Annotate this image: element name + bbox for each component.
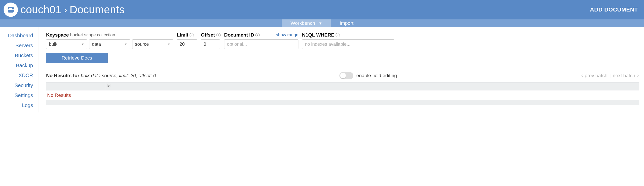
secondary-nav: Workbench ▼ Import (0, 19, 644, 27)
couchbase-logo (4, 3, 18, 17)
info-icon[interactable]: i (216, 33, 221, 37)
collection-select[interactable]: source ▼ (132, 39, 173, 49)
offset-input-wrap (201, 39, 220, 49)
app-header: couch01 › Documents ADD DOCUMENT (0, 0, 644, 19)
bucket-select[interactable]: bulk ▼ (46, 39, 87, 49)
retrieve-docs-button[interactable]: Retrieve Docs (46, 53, 108, 63)
scope-select[interactable]: data ▼ (89, 39, 130, 49)
limit-label: Limit i (177, 32, 197, 38)
sidebar-item-backup[interactable]: Backup (0, 63, 33, 68)
tab-workbench-label: Workbench (290, 20, 315, 26)
results-table: id No Results (46, 82, 639, 105)
next-batch-link[interactable]: next batch > (613, 73, 639, 78)
offset-group: Offset i (201, 32, 221, 49)
add-document-button[interactable]: ADD DOCUMENT (590, 6, 638, 13)
results-bar: No Results for bulk.data.source, limit: … (46, 72, 639, 79)
n1ql-input-wrap (302, 39, 394, 49)
docid-input[interactable] (227, 40, 296, 49)
filter-row: Keyspace bucket.scope.collection bulk ▼ … (46, 32, 639, 49)
table-header: id (46, 82, 639, 90)
docid-input-wrap (224, 39, 298, 49)
page-title: Documents (70, 4, 124, 16)
sidebar-item-xdcr[interactable]: XDCR (0, 73, 33, 78)
sidebar-item-buckets[interactable]: Buckets (0, 53, 33, 59)
cluster-name[interactable]: couch01 (20, 4, 61, 16)
prev-batch-link[interactable]: < prev batch (580, 73, 607, 78)
couchbase-logo-icon (6, 5, 15, 14)
sidebar-item-dashboard[interactable]: Dashboard (0, 33, 33, 39)
n1ql-group: N1QL WHERE i (302, 32, 394, 49)
tab-import[interactable]: Import (331, 19, 362, 27)
caret-down-icon: ▼ (81, 43, 84, 46)
breadcrumb-separator: › (64, 5, 67, 15)
table-footer (46, 100, 639, 105)
info-icon[interactable]: i (336, 33, 340, 37)
tab-import-label: Import (340, 20, 354, 26)
caret-down-icon: ▼ (124, 43, 127, 46)
table-header-blank (46, 83, 105, 90)
results-summary: No Results for bulk.data.source, limit: … (46, 73, 156, 78)
limit-input-wrap (177, 39, 197, 49)
keyspace-group: Keyspace bucket.scope.collection bulk ▼ … (46, 32, 173, 49)
n1ql-input[interactable] (305, 40, 391, 49)
info-icon[interactable]: i (190, 33, 194, 37)
breadcrumb: couch01 › Documents (20, 4, 590, 16)
sidebar-item-logs[interactable]: Logs (0, 102, 33, 108)
batch-navigation: < prev batch | next batch > (580, 73, 639, 78)
docid-group: Document ID i show range (224, 32, 298, 49)
sidebar-item-security[interactable]: Security (0, 83, 33, 88)
table-header-id: id (105, 83, 639, 90)
table-empty-row: No Results (46, 90, 639, 100)
offset-input[interactable] (204, 40, 217, 49)
n1ql-label: N1QL WHERE i (302, 32, 394, 38)
limit-group: Limit i (177, 32, 197, 49)
caret-down-icon: ▼ (168, 43, 170, 46)
main-content: Keyspace bucket.scope.collection bulk ▼ … (38, 27, 644, 112)
tab-workbench[interactable]: Workbench ▼ (282, 19, 331, 27)
enable-field-editing-toggle[interactable]: enable field editing (339, 72, 397, 79)
offset-label: Offset i (201, 32, 221, 38)
info-icon[interactable]: i (255, 33, 260, 37)
toggle-switch[interactable] (339, 72, 353, 79)
docid-label-row: Document ID i show range (224, 32, 298, 38)
sidebar-item-servers[interactable]: Servers (0, 43, 33, 49)
limit-input[interactable] (180, 40, 194, 49)
sidebar: Dashboard Servers Buckets Backup XDCR Se… (0, 27, 38, 112)
sidebar-item-settings[interactable]: Settings (0, 92, 33, 98)
keyspace-label: Keyspace bucket.scope.collection (46, 32, 173, 38)
show-range-link[interactable]: show range (276, 32, 298, 38)
chevron-down-icon: ▼ (319, 21, 322, 25)
